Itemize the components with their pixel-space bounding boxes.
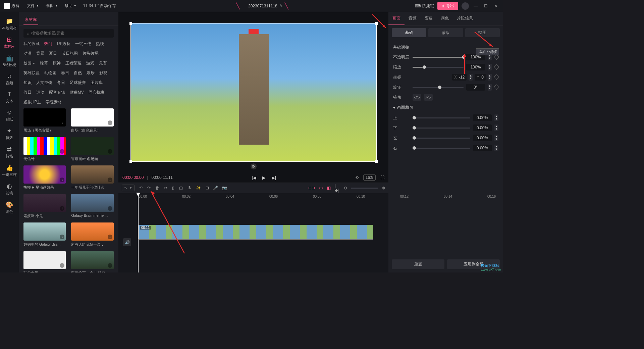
tag-我的收藏[interactable]: 我的收藏 [23,41,40,47]
download-icon[interactable]: ↓ [60,235,64,239]
timeline[interactable]: 00:0000:0200:0400:0600:0800:1000:1200:14… [118,193,388,272]
zoom-out-button[interactable]: ⊖ [344,186,347,190]
crop-bottom-value[interactable]: 0.00% [473,124,492,131]
material-item-7[interactable]: ↓Galaxy Brain meme ... [71,194,114,218]
sidebar-item-3[interactable]: ♫音频 [1,71,18,88]
tag-节日氛围[interactable]: 节日氛围 [62,51,78,56]
tag-自然[interactable]: 自然 [74,70,82,76]
material-item-3[interactable]: ↓冒烟画帐 名场面 [71,137,114,161]
position-y-spinner[interactable]: ▲▼ [488,74,492,81]
material-item-5[interactable]: ↓十年后儿子问你什么... [71,165,114,190]
tag-图片库[interactable]: 图片库 [91,80,103,86]
mirror-horizontal-button[interactable]: ◁▷ [413,94,421,101]
resize-handle-br[interactable] [375,160,378,163]
material-item-0[interactable]: ↓黑场（黑色背景） [23,108,66,133]
rotation-spinner[interactable]: ▲▼ [488,84,492,91]
crop-left-spinner[interactable]: ▲▼ [494,135,498,141]
opacity-slider[interactable] [413,57,464,58]
video-clip[interactable]: 00:11 [139,225,373,240]
crop-left-slider[interactable] [413,138,470,139]
crop-bottom-slider[interactable] [413,128,470,129]
material-item-11[interactable]: ↓双倍给下一个人 经典... [71,251,114,272]
preview-axis-button[interactable]: ◧ [327,186,331,190]
position-x-input[interactable]: X-12 [452,74,467,81]
download-icon[interactable]: ↓ [108,235,112,239]
resize-handle-tr[interactable] [375,22,378,25]
scale-slider[interactable] [413,67,464,68]
scale-spinner[interactable]: ▲▼ [488,64,492,70]
download-icon[interactable]: ↓ [108,178,112,182]
tag-绿幕[interactable]: 绿幕 [40,60,48,66]
sidebar-item-10[interactable]: 🎨调色 [1,199,18,216]
sidebar-item-5[interactable]: ☺贴纸 [1,107,18,124]
download-icon[interactable]: ↓ [108,206,112,211]
tag-背景[interactable]: 背景 [36,51,44,56]
aspect-ratio[interactable]: 16:9 [363,174,376,181]
close-button[interactable]: ✕ [492,4,499,8]
tag-英雄联盟[interactable]: 英雄联盟 [23,70,40,76]
project-name[interactable]: 2023071311118 [248,4,277,8]
download-icon[interactable]: ↓ [60,263,64,268]
reset-button[interactable]: 重置 [392,259,444,269]
sub-tab-基础[interactable]: 基础 [392,28,426,37]
material-item-10[interactable]: ↓瑞你太美 [23,251,66,272]
zoom-slider[interactable] [351,188,378,189]
playhead[interactable] [138,193,139,272]
tag-人文空镜[interactable]: 人文空镜 [36,80,52,86]
tag-鬼畜[interactable]: 鬼畜 [99,60,107,66]
crop-section-toggle[interactable]: ▾画面裁切 [393,105,498,110]
tag-假日[interactable]: 假日 [23,90,32,95]
resize-handle-bl[interactable] [129,160,132,163]
next-frame-button[interactable]: ▶| [272,175,276,180]
edit-name-icon[interactable]: ✎ [279,4,283,8]
search-box[interactable]: ⌕ [23,29,114,38]
search-input[interactable] [31,31,110,36]
camera-button[interactable]: 📷 [222,186,227,190]
resize-handle-tl[interactable] [129,22,132,25]
crop-top-value[interactable]: 0.00% [473,114,492,121]
tag-配音专辑[interactable]: 配音专辑 [49,90,65,95]
recognize-button[interactable]: ⊡ [206,186,209,190]
tag-游戏[interactable]: 游戏 [86,60,94,66]
fullscreen-button[interactable]: ⛶ [380,175,384,180]
export-button[interactable]: ⬆导出 [437,2,458,10]
material-item-9[interactable]: ↓所有人给我站一边，... [71,222,114,247]
download-icon[interactable]: ↓ [108,120,112,125]
crop-right-value[interactable]: 0.00% [473,145,492,151]
preview-frame[interactable]: ⟳ [130,23,377,162]
prop-tab-画面[interactable]: 画面 [388,12,405,25]
position-keyframe[interactable] [494,74,499,80]
menu-help[interactable]: 帮助▼ [61,3,80,9]
download-icon[interactable]: ↓ [60,178,64,182]
tag-夏日[interactable]: 夏日 [49,51,57,56]
undo-button[interactable]: ↶ [139,186,143,190]
tag-王者荣耀[interactable]: 王者荣耀 [65,60,82,66]
material-item-6[interactable]: ↓素媛咪 小鬼 [23,194,66,218]
freeze-button[interactable]: ▢ [179,186,183,190]
tag-原神[interactable]: 原神 [53,60,61,66]
rotation-slider[interactable] [413,87,464,88]
menu-file[interactable]: 文件▼ [23,3,42,9]
play-button[interactable]: ▶ [262,175,266,180]
position-y-input[interactable]: Y0 [475,74,486,81]
tag-一键三连[interactable]: 一键三连 [75,41,91,47]
prop-tab-调色[interactable]: 调色 [437,12,453,25]
rotation-keyframe[interactable] [494,85,499,90]
sidebar-item-9[interactable]: ◐滤镜 [1,181,18,198]
beautify-button[interactable]: ✨ [196,186,201,190]
sidebar-item-2[interactable]: 📺B站热梗 [1,52,18,69]
crop-right-slider[interactable] [413,148,470,149]
tag-歌曲MV[interactable]: 歌曲MV [70,90,84,95]
zoom-in-button[interactable]: ⊕ [382,186,385,190]
crop-top-slider[interactable] [413,117,470,118]
tag-春日[interactable]: 春日 [61,70,69,76]
menu-edit[interactable]: 编辑▼ [42,3,61,9]
mirror-vertical-button[interactable]: △▽ [424,94,433,101]
sidebar-item-8[interactable]: 👍一键三连 [1,162,18,179]
user-avatar[interactable] [462,2,469,10]
sub-tab-抠图[interactable]: 抠图 [465,28,500,37]
tag-知识[interactable]: 知识 [23,80,32,86]
time-ruler[interactable]: 00:0000:0200:0400:0600:0800:1000:1200:14… [118,193,388,201]
tag-热梗[interactable]: 热梗 [96,41,104,47]
tag-运动[interactable]: 运动 [36,90,44,95]
